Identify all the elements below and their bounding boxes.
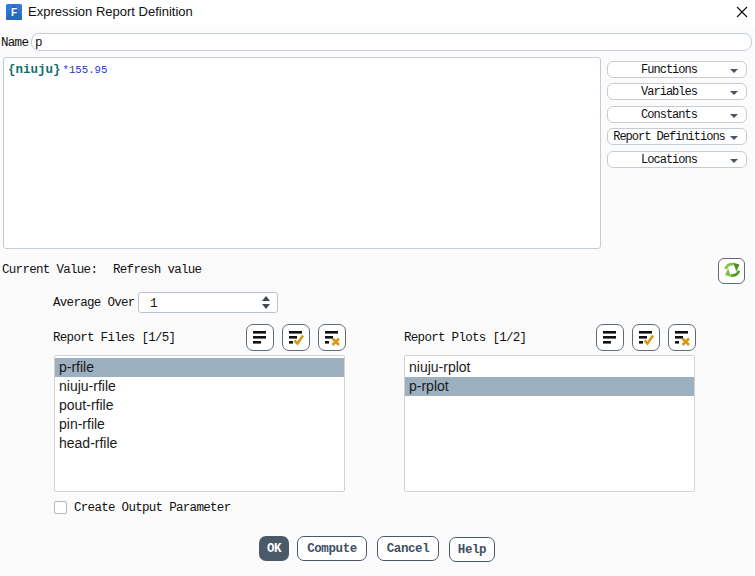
svg-text:F: F [11, 7, 17, 18]
